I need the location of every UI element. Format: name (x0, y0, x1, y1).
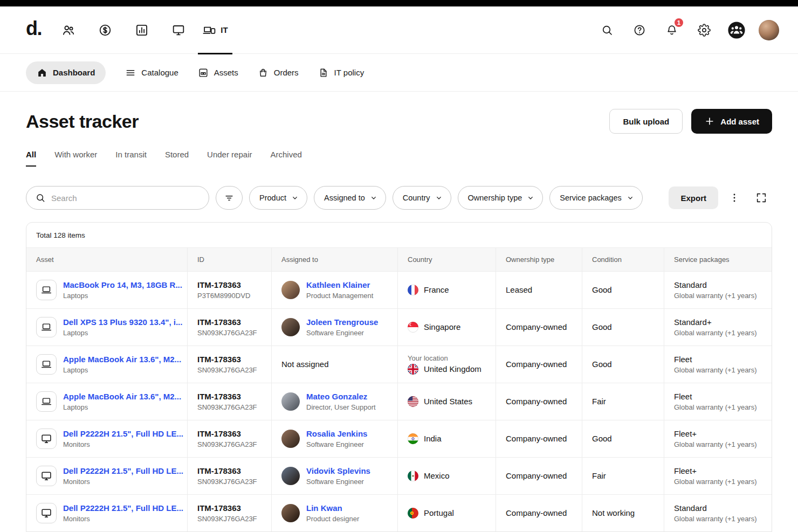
page-header: Asset tracker Bulk upload Add asset (26, 109, 772, 134)
filter-button[interactable] (216, 186, 243, 210)
assignee-role: Software Engineer (306, 478, 370, 486)
deel-logo[interactable]: d. (26, 19, 42, 42)
chevron-down-icon (526, 194, 535, 202)
subnav: DashboardCatalogueAssetsOrdersIT policy (0, 54, 798, 92)
chevron-down-icon (626, 194, 635, 202)
help-button[interactable] (623, 6, 656, 54)
cell-asset: Apple MacBook Air 13.6", M2... Laptops (26, 383, 188, 420)
navbar-utilities: 1 (591, 6, 785, 54)
subnav-item-orders[interactable]: Orders (258, 61, 299, 84)
filter-dropdown-product[interactable]: Product (249, 186, 307, 210)
cell-condition: Good (582, 272, 664, 308)
asset-category: Monitors (63, 478, 177, 486)
bulk-upload-button[interactable]: Bulk upload (609, 109, 683, 134)
package-warranty: Global warranty (+1 years) (674, 440, 757, 448)
monitor-icon (36, 466, 57, 486)
table-row[interactable]: Apple MacBook Air 13.6", M2... Laptops I… (26, 346, 772, 383)
table-row[interactable]: MacBook Pro 14, M3, 18GB R... Laptops IT… (26, 271, 772, 308)
asset-serial: SN093KJ76GA23F (197, 478, 257, 486)
cell-asset: MacBook Pro 14, M3, 18GB R... Laptops (26, 272, 188, 308)
table-row[interactable]: Dell XPS 13 Plus 9320 13.4", i... Laptop… (26, 308, 772, 346)
asset-name-link[interactable]: Dell P2222H 21.5", Full HD LE... (63, 429, 177, 439)
assignee-role: Director, User Support (306, 403, 376, 411)
cell-condition: Fair (582, 458, 664, 494)
search-input[interactable] (51, 194, 200, 203)
tab-with-worker[interactable]: With worker (54, 150, 97, 167)
dropdown-label: Country (403, 194, 430, 202)
chevron-down-icon (435, 194, 443, 202)
export-button[interactable]: Export (669, 186, 718, 209)
subnav-item-dashboard[interactable]: Dashboard (26, 61, 106, 84)
search-icon (35, 192, 46, 203)
tab-all[interactable]: All (26, 150, 36, 167)
add-asset-button[interactable]: Add asset (691, 109, 772, 134)
user-avatar[interactable] (753, 6, 785, 54)
cell-assigned: Not assigned (272, 346, 398, 383)
orders-icon (258, 67, 269, 78)
asset-name-link[interactable]: Dell XPS 13 Plus 9320 13.4", i... (63, 317, 177, 328)
search-button[interactable] (591, 6, 623, 54)
assignee-name-link[interactable]: Vidovik Splevins (306, 466, 370, 476)
assignee-name-link[interactable]: Kathleen Klainer (306, 280, 373, 291)
subnav-item-catalogue[interactable]: Catalogue (125, 61, 178, 84)
assignee-name-link[interactable]: Rosalia Jenkins (306, 429, 367, 439)
package-warranty: Global warranty (+1 years) (674, 366, 757, 374)
cell-country: Mexico (398, 458, 496, 494)
tab-in-transit[interactable]: In transit (115, 150, 147, 167)
settings-button[interactable] (688, 6, 720, 54)
filter-dropdown-ownership-type[interactable]: Ownership type (458, 186, 544, 210)
filter-dropdown-country[interactable]: Country (393, 186, 451, 210)
table-row[interactable]: Dell P2222H 21.5", Full HD LE... Monitor… (26, 420, 772, 457)
nav-workspace-button[interactable] (160, 6, 197, 54)
country-name: United States (424, 397, 472, 407)
cell-ownership: Company-owned (496, 309, 582, 346)
subnav-item-it-policy[interactable]: IT policy (318, 61, 364, 84)
cell-condition: Good (582, 309, 664, 346)
tab-stored[interactable]: Stored (165, 150, 189, 167)
cell-id: ITM-178363 SN093KJ76GA23F (188, 420, 272, 457)
fullscreen-button[interactable] (751, 187, 772, 209)
add-asset-label: Add asset (720, 117, 759, 126)
laptop-icon (36, 317, 57, 337)
asset-name-link[interactable]: Dell P2222H 21.5", Full HD LE... (63, 466, 177, 476)
table-row[interactable]: Apple MacBook Air 13.6", M2... Laptops I… (26, 383, 772, 420)
nav-payroll-button[interactable] (87, 6, 123, 54)
asset-name-link[interactable]: Dell P2222H 21.5", Full HD LE... (63, 503, 177, 514)
tab-under-repair[interactable]: Under repair (207, 150, 252, 167)
assignee-name-link[interactable]: Lin Kwan (306, 503, 359, 514)
cell-service-package: Fleet+ Global warranty (+1 years) (664, 458, 772, 494)
cell-id: ITM-178363 P3T6M8990DVD (188, 272, 272, 308)
asset-id: ITM-178363 (197, 392, 257, 402)
condition-value: Fair (592, 397, 606, 407)
notifications-button[interactable]: 1 (656, 6, 688, 54)
asset-name-link[interactable]: Apple MacBook Air 13.6", M2... (63, 355, 177, 365)
asset-name-link[interactable]: Apple MacBook Air 13.6", M2... (63, 392, 177, 402)
team-button[interactable] (720, 6, 753, 54)
flag-gb-icon (408, 364, 418, 375)
flag-pt-icon (408, 508, 418, 519)
nav-it-tab[interactable]: IT (197, 6, 233, 54)
search-box[interactable] (26, 186, 209, 210)
table-row[interactable]: Dell P2222H 21.5", Full HD LE... Monitor… (26, 457, 772, 494)
table-row[interactable]: Dell P2222H 21.5", Full HD LE... Monitor… (26, 494, 772, 531)
filter-dropdown-assigned-to[interactable]: Assigned to (314, 186, 386, 210)
kebab-icon (728, 192, 740, 204)
asset-id: ITM-178363 (197, 466, 257, 476)
cell-ownership: Company-owned (496, 420, 582, 457)
more-options-button[interactable] (724, 187, 745, 209)
subnav-item-assets[interactable]: Assets (198, 61, 238, 84)
assignee-name-link[interactable]: Mateo Gonzalez (306, 392, 376, 402)
nav-people-button[interactable] (50, 6, 87, 54)
filter-dropdown-service-packages[interactable]: Service packages (549, 186, 642, 210)
nav-reports-button[interactable] (123, 6, 160, 54)
cell-service-package: Standard Global warranty (+1 years) (664, 272, 772, 308)
tab-archived[interactable]: Archived (270, 150, 301, 167)
cell-service-package: Standard Global warranty (+1 years) (664, 495, 772, 531)
cell-country: Portugal (398, 495, 496, 531)
package-warranty: Global warranty (+1 years) (674, 329, 757, 337)
asset-name-link[interactable]: MacBook Pro 14, M3, 18GB R... (63, 280, 177, 291)
assignee-name-link[interactable]: Joleen Trengrouse (306, 317, 378, 328)
asset-category: Laptops (63, 403, 177, 411)
asset-category: Laptops (63, 292, 177, 300)
cell-asset: Dell P2222H 21.5", Full HD LE... Monitor… (26, 420, 188, 457)
